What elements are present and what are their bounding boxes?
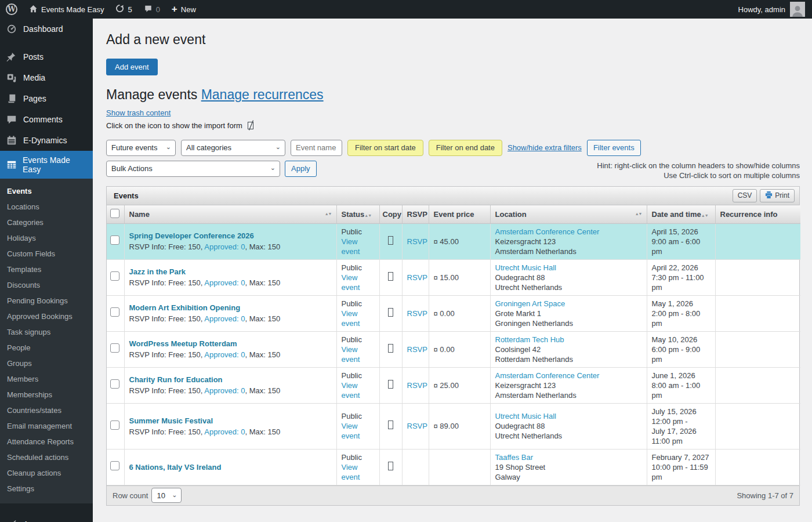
location-link[interactable]: Groningen Art Space [495,299,566,308]
approved-count-link[interactable]: Approved: 0 [204,386,245,395]
submenu-item-settings[interactable]: Settings [0,481,93,496]
submenu-item-memberships[interactable]: Memberships [0,387,93,403]
rsvp-link[interactable]: RSVP [407,237,427,246]
submenu-item-task-signups[interactable]: Task signups [0,324,93,340]
event-name-link[interactable]: Jazz in the Park [129,267,186,276]
rsvp-link[interactable]: RSVP [407,422,427,430]
filter-start-date-button[interactable]: Filter on start date [347,140,423,156]
site-name-link[interactable]: Events Made Easy [23,0,110,19]
sidebar-item-pages[interactable]: Pages [0,88,93,109]
print-button[interactable]: Print [760,189,795,202]
rsvp-link[interactable]: RSVP [407,309,427,318]
submenu-item-holidays[interactable]: Holidays [0,230,93,246]
submenu-item-categories[interactable]: Categories [0,215,93,230]
row-checkbox[interactable] [110,420,119,430]
sidebar-item-dashboard[interactable]: Dashboard [0,19,93,39]
filter-end-date-button[interactable]: Filter on end date [429,140,502,156]
submenu-item-events[interactable]: Events [0,183,93,199]
submenu-item-templates[interactable]: Templates [0,262,93,277]
column-header-recurrence[interactable]: Recurrence info [715,205,800,224]
select-all-checkbox[interactable] [110,209,119,218]
comments-menu[interactable]: 0 [138,0,166,19]
column-header-status[interactable]: Status▲▼ [336,205,379,224]
sidebar-item-events-made-easy[interactable]: Events Made Easy [0,151,93,179]
copy-icon[interactable] [388,236,393,245]
submenu-item-cleanup-actions[interactable]: Cleanup actions [0,465,93,481]
new-menu[interactable]: + New [166,0,202,19]
location-link[interactable]: Rotterdam Tech Hub [495,335,564,344]
sidebar-item-appearance[interactable]: Appearance [0,514,93,522]
submenu-item-pending-bookings[interactable]: Pending Bookings [0,293,93,309]
import-form-icon[interactable] [246,119,255,132]
submenu-item-countries-states[interactable]: Countries/states [0,403,93,418]
add-event-button[interactable]: Add event [106,59,158,75]
view-event-link[interactable]: View event [342,381,360,400]
approved-count-link[interactable]: Approved: 0 [204,350,245,359]
submenu-item-scheduled-actions[interactable]: Scheduled actions [0,449,93,465]
sidebar-item-e-dynamics[interactable]: E-Dynamics [0,130,93,151]
row-count-select[interactable]: 10 [151,488,182,503]
approved-count-link[interactable]: Approved: 0 [204,314,245,323]
location-link[interactable]: Taaffes Bar [495,453,534,462]
filter-events-button[interactable]: Filter events [587,140,641,156]
event-name-link[interactable]: Summer Music Festival [129,416,213,425]
approved-count-link[interactable]: Approved: 0 [204,427,245,436]
location-link[interactable]: Amsterdam Conference Center [495,227,600,236]
submenu-item-custom-fields[interactable]: Custom Fields [0,246,93,262]
event-name-input[interactable] [291,140,342,156]
updates-menu[interactable]: 5 [110,0,137,19]
view-event-link[interactable]: View event [342,422,360,440]
rsvp-link[interactable]: RSVP [407,345,427,354]
view-event-link[interactable]: View event [342,345,360,364]
submenu-item-members[interactable]: Members [0,371,93,387]
copy-icon[interactable] [388,344,393,353]
column-header-datetime[interactable]: Date and time▲▼ [647,205,715,224]
row-checkbox[interactable] [110,379,119,389]
show-hide-extra-filters-link[interactable]: Show/hide extra filters [507,143,582,152]
rsvp-link[interactable]: RSVP [407,381,427,390]
rsvp-link[interactable]: RSVP [407,273,427,282]
event-name-link[interactable]: 6 Nations, Italy VS Ireland [129,463,222,472]
event-scope-select[interactable]: Future events [106,140,176,156]
submenu-item-groups[interactable]: Groups [0,356,93,371]
copy-icon[interactable] [388,380,393,389]
submenu-item-discounts[interactable]: Discounts [0,277,93,293]
submenu-item-locations[interactable]: Locations [0,199,93,215]
approved-count-link[interactable]: Approved: 0 [204,278,245,287]
event-name-link[interactable]: Spring Developer Conference 2026 [129,231,254,240]
view-event-link[interactable]: View event [342,273,360,292]
submenu-item-email-management[interactable]: Email management [0,418,93,434]
category-select[interactable]: All categories [181,140,285,156]
submenu-item-attendance-reports[interactable]: Attendance Reports [0,434,93,449]
view-event-link[interactable]: View event [342,309,360,328]
row-checkbox[interactable] [110,271,119,281]
apply-button[interactable]: Apply [285,161,317,177]
location-link[interactable]: Utrecht Music Hall [495,263,556,272]
approved-count-link[interactable]: Approved: 0 [204,242,245,251]
csv-button[interactable]: CSV [733,189,757,202]
copy-icon[interactable] [388,272,393,281]
location-link[interactable]: Utrecht Music Hall [495,412,556,420]
location-link[interactable]: Amsterdam Conference Center [495,371,600,380]
row-checkbox[interactable] [110,307,119,317]
account-menu[interactable]: Howdy, admin [738,2,812,17]
copy-icon[interactable] [388,462,393,470]
sidebar-item-posts[interactable]: Posts [0,46,93,67]
sidebar-item-comments[interactable]: Comments [0,109,93,130]
column-header-price[interactable]: Event price [429,205,490,224]
event-name-link[interactable]: WordPress Meetup Rotterdam [129,339,237,348]
view-event-link[interactable]: View event [342,463,360,481]
column-header-rsvp[interactable]: RSVP [402,205,429,224]
submenu-item-people[interactable]: People [0,340,93,356]
submenu-item-approved-bookings[interactable]: Approved Bookings [0,309,93,324]
copy-icon[interactable] [388,308,393,317]
show-trash-link[interactable]: Show trash content [106,108,171,117]
row-checkbox[interactable] [110,235,119,245]
event-name-link[interactable]: Modern Art Exhibition Opening [129,303,241,312]
column-header-copy[interactable]: Copy [379,205,402,224]
column-header-name[interactable]: Name▲▼ [124,205,336,224]
column-header-location[interactable]: Location▲▼ [490,205,647,224]
view-event-link[interactable]: View event [342,237,360,256]
bulk-actions-select[interactable]: Bulk Actions [106,161,280,177]
row-checkbox[interactable] [110,461,119,470]
